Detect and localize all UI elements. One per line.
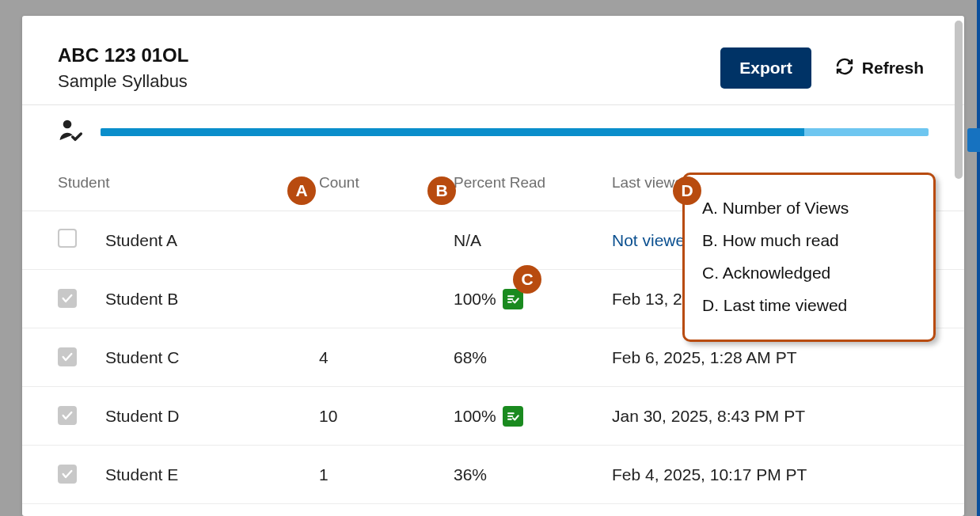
annotation-b: B xyxy=(427,176,456,205)
row-checkbox[interactable] xyxy=(58,465,77,484)
course-title: ABC 123 01OL xyxy=(58,43,188,68)
row-checkbox[interactable] xyxy=(58,289,77,308)
annotation-d: D xyxy=(673,176,701,205)
annotation-a: A xyxy=(287,176,316,205)
percent-value: 100% xyxy=(454,290,496,309)
student-name[interactable]: Student A xyxy=(105,231,319,250)
refresh-icon xyxy=(835,57,854,80)
count-cell: 4 xyxy=(319,348,454,367)
side-tab-handle[interactable] xyxy=(967,128,980,152)
window-edge xyxy=(977,0,980,516)
percent-value: 100% xyxy=(454,407,496,426)
progress-row xyxy=(22,105,964,146)
col-percent-read[interactable]: Percent Read xyxy=(454,174,612,192)
progress-bar xyxy=(101,128,929,136)
row-checkbox[interactable] xyxy=(58,347,77,366)
count-cell: 10 xyxy=(319,407,454,426)
row-checkbox[interactable] xyxy=(58,406,77,425)
percent-value: 68% xyxy=(454,348,487,367)
row-checkbox[interactable] xyxy=(58,229,77,248)
student-name[interactable]: Student B xyxy=(105,290,319,309)
refresh-label: Refresh xyxy=(862,59,924,78)
last-viewed-cell: Feb 4, 2025, 10:17 PM PT xyxy=(612,465,929,484)
percent-cell: 68% xyxy=(454,348,612,367)
course-subtitle: Sample Syllabus xyxy=(58,70,188,93)
legend-b: B. How much read xyxy=(702,225,916,257)
percent-cell: N/A xyxy=(454,231,612,250)
percent-value: N/A xyxy=(454,231,481,250)
legend-c: C. Acknowledged xyxy=(702,257,916,290)
student-name[interactable]: Student D xyxy=(105,407,319,426)
last-viewed-cell: Feb 6, 2025, 1:28 AM PT xyxy=(612,348,929,367)
refresh-button[interactable]: Refresh xyxy=(830,49,929,88)
col-student[interactable]: Student xyxy=(58,174,319,192)
annotation-c: C xyxy=(513,265,541,294)
legend-a: A. Number of Views xyxy=(702,192,916,225)
percent-cell: 36% xyxy=(454,465,612,484)
table-row: Student E136%Feb 4, 2025, 10:17 PM PT xyxy=(22,446,964,504)
table-row: Student D10100%Jan 30, 2025, 8:43 PM PT xyxy=(22,387,964,446)
student-name[interactable]: Student C xyxy=(105,348,319,367)
person-check-icon xyxy=(58,118,83,146)
legend-d: D. Last time viewed xyxy=(702,290,916,322)
header: ABC 123 01OL Sample Syllabus Export Refr… xyxy=(22,16,964,105)
last-viewed-cell: Jan 30, 2025, 8:43 PM PT xyxy=(612,407,929,426)
legend: A. Number of Views B. How much read C. A… xyxy=(682,173,936,342)
count-cell: 1 xyxy=(319,465,454,484)
title-block: ABC 123 01OL Sample Syllabus xyxy=(58,43,188,93)
student-name[interactable]: Student E xyxy=(105,465,319,484)
percent-cell: 100% xyxy=(454,406,612,427)
export-button[interactable]: Export xyxy=(720,47,811,89)
acknowledged-icon xyxy=(503,406,523,427)
scrollbar[interactable] xyxy=(955,21,963,179)
percent-value: 36% xyxy=(454,465,487,484)
header-actions: Export Refresh xyxy=(720,47,929,89)
svg-point-0 xyxy=(63,120,72,129)
progress-fill xyxy=(101,128,804,136)
